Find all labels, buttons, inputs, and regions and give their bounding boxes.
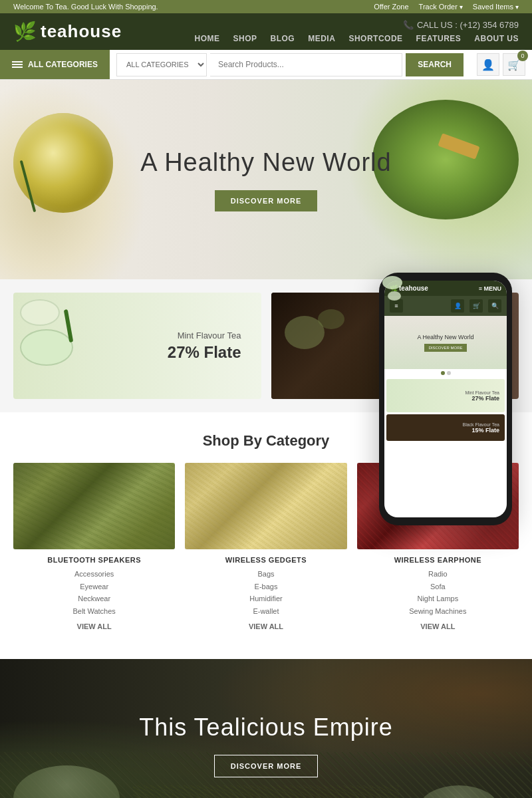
category-bar: ALL CATEGORIES ALL CATEGORIES SEARCH 👤 🛒…	[0, 50, 532, 80]
nav-about[interactable]: ABOUT US	[474, 34, 519, 43]
hamburger-icon	[12, 61, 23, 68]
welcome-text: Welcome To Tea. Good Luck With Shopping.	[13, 3, 158, 11]
phone-search-icon: 🔍	[488, 299, 501, 313]
category-select[interactable]: ALL CATEGORIES	[116, 53, 207, 76]
phone-icon: 📞	[403, 20, 414, 30]
logo-icon: 🌿	[13, 21, 37, 43]
cat-link-sewingmachines[interactable]: Sewing Machines	[357, 605, 519, 618]
scattered-leaves	[133, 785, 399, 798]
header: 🌿 teahouse 📞 CALL US : (+12) 354 6789 HO…	[0, 13, 532, 50]
phone-menu: ≡ MENU	[479, 285, 501, 292]
phone-user-icon: 👤	[451, 299, 464, 313]
all-categories-button[interactable]: ALL CATEGORIES	[0, 50, 110, 79]
bottom-hero-discover-button[interactable]: DISCOVER MORE	[214, 755, 319, 777]
promo-card-mint[interactable]: Mint Flavour Tea 27% Flate	[13, 293, 261, 399]
phone-cup-deco	[384, 281, 412, 303]
cat-link-bags[interactable]: Bags	[185, 568, 346, 581]
cat-viewall-gadgets[interactable]: VIEW ALL	[185, 620, 346, 633]
cat-link-nightlamps[interactable]: Night Lamps	[357, 593, 519, 605]
search-button[interactable]: SEARCH	[406, 53, 464, 76]
search-input[interactable]	[210, 53, 402, 76]
logo-text: teahouse	[41, 21, 122, 42]
top-bar: Welcome To Tea. Good Luck With Shopping.…	[0, 0, 532, 13]
category-item-speakers: BLUETOOTH SPEAKERS Accessories Eyewear N…	[13, 463, 175, 632]
cat-link-neckwear[interactable]: Neckwear	[13, 593, 175, 605]
category-name-speakers: BLUETOOTH SPEAKERS	[13, 556, 175, 564]
dot-1	[441, 371, 445, 375]
main-nav: HOME SHOP BLOG MEDIA SHORTCODE FEATURES …	[195, 34, 519, 43]
header-right: 📞 CALL US : (+12) 354 6789 HOME SHOP BLO…	[195, 20, 519, 43]
promo-mint-text: Mint Flavour Tea 27% Flate	[168, 331, 241, 362]
offer-zone-link[interactable]: Offer Zone	[374, 3, 408, 11]
cat-link-eyewear[interactable]: Eyewear	[13, 581, 175, 593]
phone-cart-icon: 🛒	[469, 299, 483, 313]
hero-discover-button[interactable]: DISCOVER MORE	[215, 190, 318, 211]
phone-promo-mint: Mint Flavour Tea 27% Flate	[386, 379, 505, 412]
category-item-gadgets: WIRELESS GEDGETS Bags E-bags Humidifier …	[185, 463, 346, 632]
phone-promo-black: Black Flavour Tea 15% Flate	[386, 414, 505, 441]
nav-home[interactable]: HOME	[195, 34, 220, 43]
nav-blog[interactable]: BLOG	[271, 34, 295, 43]
category-img-speakers	[13, 463, 175, 549]
phone-mockup-container: 🌿 teahouse ≡ MENU ≡ 👤 🛒 🔍 A Healthy New …	[379, 273, 512, 525]
category-name-earphone: WIRELESS EARPHONE	[357, 556, 519, 564]
phone-screen: 🌿 teahouse ≡ MENU ≡ 👤 🛒 🔍 A Healthy New …	[384, 281, 507, 517]
bottom-hero-section: This Tealicious Empire DISCOVER MORE	[0, 659, 532, 798]
category-links-gadgets: Bags E-bags Humidifier E-wallet VIEW ALL	[185, 568, 346, 632]
category-img-gadgets	[185, 463, 346, 549]
cat-link-ewallet[interactable]: E-wallet	[185, 605, 346, 618]
promo-cups-decoration	[20, 299, 73, 366]
cat-link-beltwatches[interactable]: Belt Watches	[13, 605, 175, 618]
nav-features[interactable]: FEATURES	[416, 34, 462, 43]
cat-link-radio[interactable]: Radio	[357, 568, 519, 581]
dot-2	[447, 371, 451, 375]
phone-promo-mint-text: Mint Flavour Tea 27% Flate	[465, 390, 499, 402]
phone-dots	[384, 369, 507, 377]
header-icons: 👤 🛒 0	[470, 53, 532, 76]
nav-shop[interactable]: SHOP	[233, 34, 257, 43]
category-links-earphone: Radio Sofa Night Lamps Sewing Machines V…	[357, 568, 519, 632]
promo-mint-discount: 27% Flate	[168, 343, 241, 362]
cat-link-sofa[interactable]: Sofa	[357, 581, 519, 593]
track-order-link[interactable]: Track Order	[419, 3, 463, 11]
hero-title: A Healthy New World	[140, 148, 391, 177]
phone-number[interactable]: 📞 CALL US : (+12) 354 6789	[403, 20, 519, 30]
cat-link-accessories[interactable]: Accessories	[13, 568, 175, 581]
nav-media[interactable]: MEDIA	[308, 34, 335, 43]
promo-mint-subtitle: Mint Flavour Tea	[168, 331, 241, 340]
saved-items-chevron	[515, 3, 519, 11]
hero-decoration-left	[7, 93, 140, 266]
phone-hero: A Healthy New World DISCOVER MORE	[384, 316, 507, 369]
user-icon-button[interactable]: 👤	[477, 53, 499, 76]
category-name-gadgets: WIRELESS GEDGETS	[185, 556, 346, 564]
cart-icon-button[interactable]: 🛒 0	[503, 53, 525, 76]
top-bar-right: Offer Zone Track Order Saved Items	[374, 3, 519, 11]
logo[interactable]: 🌿 teahouse	[13, 21, 122, 43]
cart-badge: 0	[517, 51, 528, 61]
nav-shortcode[interactable]: SHORTCODE	[348, 34, 402, 43]
cat-link-humidifier[interactable]: Humidifier	[185, 593, 346, 605]
category-links-speakers: Accessories Eyewear Neckwear Belt Watche…	[13, 568, 175, 632]
track-order-chevron	[460, 3, 463, 11]
cat-viewall-earphone[interactable]: VIEW ALL	[357, 620, 519, 633]
search-area: ALL CATEGORIES SEARCH	[110, 53, 470, 76]
cat-link-ebags[interactable]: E-bags	[185, 581, 346, 593]
bottom-hero-title: This Tealicious Empire	[139, 714, 392, 741]
promo-section: Mint Flavour Tea 27% Flate Black Flavour…	[0, 279, 532, 412]
bottom-hero-content: This Tealicious Empire DISCOVER MORE	[139, 714, 392, 777]
cat-viewall-speakers[interactable]: VIEW ALL	[13, 620, 175, 633]
hero-content: A Healthy New World DISCOVER MORE	[140, 148, 391, 211]
tea-pot-deco	[285, 306, 364, 359]
phone-promo-black-text: Black Flavour Tea 15% Flate	[462, 422, 499, 434]
saved-items-link[interactable]: Saved Items	[473, 3, 519, 11]
hero-section: A Healthy New World DISCOVER MORE	[0, 80, 532, 279]
phone-mockup: 🌿 teahouse ≡ MENU ≡ 👤 🛒 🔍 A Healthy New …	[379, 273, 512, 525]
